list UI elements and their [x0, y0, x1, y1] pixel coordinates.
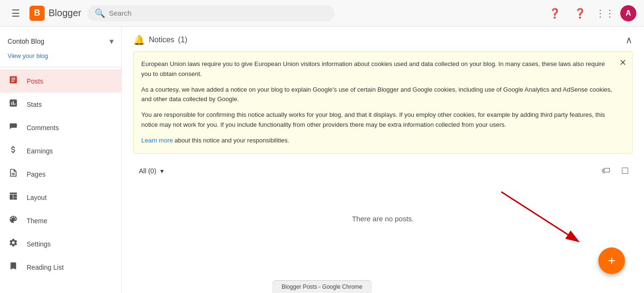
blog-dropdown-icon: ▾: [109, 36, 114, 47]
filter-icons: 🏷 ☐: [598, 163, 633, 179]
app-logo: B Blogger: [29, 6, 81, 21]
sidebar-item-label-earnings: Earnings: [27, 147, 53, 155]
blog-selector[interactable]: Contoh Blog ▾: [0, 32, 121, 50]
new-post-fab[interactable]: +: [598, 247, 625, 274]
sidebar-item-label-pages: Pages: [27, 170, 46, 178]
sidebar-item-settings[interactable]: Settings: [0, 232, 121, 255]
search-bar[interactable]: 🔍: [87, 5, 334, 21]
filter-bar: All (0) ▾ 🏷 ☐: [133, 163, 633, 179]
topbar: ☰ B Blogger 🔍 ❓ ❓ ⋮⋮ A: [0, 0, 644, 27]
notice-para-1: European Union laws require you to give …: [141, 59, 613, 79]
filter-dropdown[interactable]: All (0) ▾: [133, 163, 169, 179]
sidebar-item-theme[interactable]: Theme: [0, 209, 121, 232]
posts-icon: [8, 75, 19, 87]
learn-more-suffix: about this notice and your responsibilit…: [173, 137, 289, 144]
sidebar-item-pages[interactable]: Pages: [0, 162, 121, 186]
sidebar-item-label-layout: Layout: [27, 194, 47, 201]
logo-letter: B: [34, 8, 40, 18]
notices-title: 🔔 Notices (1): [133, 34, 187, 46]
search-input[interactable]: [109, 9, 327, 17]
sidebar-item-comments[interactable]: Comments: [0, 116, 121, 139]
search-icon: 🔍: [95, 8, 105, 19]
sidebar-item-layout[interactable]: Layout: [0, 186, 121, 209]
notice-learn-more-para: Learn more about this notice and your re…: [141, 136, 613, 146]
sidebar-item-earnings[interactable]: Earnings: [0, 139, 121, 162]
sidebar-item-label-reading-list: Reading List: [27, 264, 64, 271]
notices-header: 🔔 Notices (1) ∧: [133, 34, 633, 46]
help-icon-right[interactable]: ❓: [570, 4, 590, 23]
app-name: Blogger: [49, 8, 81, 19]
sidebar-item-label-theme: Theme: [27, 217, 48, 225]
blog-name: Contoh Blog: [8, 38, 106, 45]
theme-icon: [8, 215, 19, 227]
notice-para-2: As a courtesy, we have added a notice on…: [141, 85, 613, 105]
notices-collapse-icon[interactable]: ∧: [625, 34, 633, 46]
notices-label: Notices: [149, 36, 174, 44]
sidebar: Contoh Blog ▾ View your blog PostsStatsC…: [0, 27, 122, 293]
notices-count: (1): [178, 36, 187, 44]
main-layout: Contoh Blog ▾ View your blog PostsStatsC…: [0, 27, 644, 293]
empty-state: There are no posts.: [133, 186, 633, 251]
list-view-icon[interactable]: ☐: [617, 163, 633, 179]
fab-icon: +: [608, 253, 615, 268]
logo-square: B: [29, 6, 45, 21]
pages-icon: [8, 168, 19, 180]
sidebar-item-reading-list[interactable]: Reading List: [0, 255, 121, 279]
bottom-bar: Blogger Posts - Google Chrome: [272, 280, 372, 293]
menu-icon[interactable]: ☰: [8, 4, 24, 23]
sidebar-item-stats[interactable]: Stats: [0, 93, 121, 116]
layout-icon: [8, 191, 19, 203]
sidebar-divider: [0, 67, 121, 67]
sidebar-item-posts[interactable]: Posts: [0, 69, 121, 93]
bottom-bar-label: Blogger Posts - Google Chrome: [282, 284, 362, 290]
empty-state-message: There are no posts.: [352, 215, 414, 223]
notice-box: ✕ European Union laws require you to giv…: [133, 51, 633, 154]
earnings-icon: [8, 145, 19, 157]
label-view-icon[interactable]: 🏷: [598, 163, 614, 179]
filter-label: All (0): [139, 167, 156, 175]
stats-icon: [8, 98, 19, 110]
bell-icon: 🔔: [133, 34, 145, 46]
filter-dropdown-icon: ▾: [160, 167, 164, 175]
sidebar-item-label-stats: Stats: [27, 101, 42, 108]
help-icon-center[interactable]: ❓: [545, 4, 565, 23]
sidebar-item-label-posts: Posts: [27, 77, 43, 85]
notice-para-3: You are responsible for confirming this …: [141, 110, 613, 130]
sidebar-nav: PostsStatsCommentsEarningsPagesLayoutThe…: [0, 69, 121, 279]
topbar-right: ❓ ⋮⋮ A: [570, 4, 636, 23]
notice-close-icon[interactable]: ✕: [619, 57, 626, 68]
sidebar-item-label-settings: Settings: [27, 240, 51, 248]
sidebar-item-label-comments: Comments: [27, 124, 59, 132]
view-blog-link[interactable]: View your blog: [0, 50, 121, 65]
settings-icon: [8, 238, 19, 250]
main-content: 🔔 Notices (1) ∧ ✕ European Union laws re…: [122, 27, 644, 293]
comments-icon: [8, 122, 19, 133]
grid-icon[interactable]: ⋮⋮: [592, 4, 618, 23]
reading-list-icon: [8, 261, 19, 273]
learn-more-link[interactable]: Learn more: [141, 137, 173, 144]
avatar[interactable]: A: [620, 5, 636, 21]
